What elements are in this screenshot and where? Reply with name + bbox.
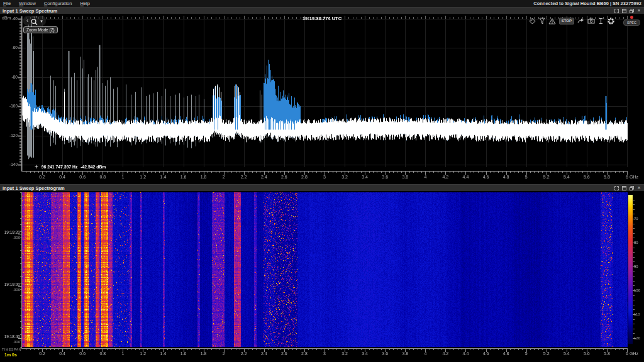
freq-tick-label: 1.2	[133, 175, 152, 179]
restore-panel-icon[interactable]	[614, 185, 619, 190]
freq-tick-label: 5.8	[597, 175, 616, 179]
plot-overlay-toolbar[interactable]: ‹ ▾	[23, 16, 46, 26]
freq-tick-label: 3.8	[396, 351, 414, 356]
spec-mode-control: SPEC	[623, 16, 640, 26]
stop-button[interactable]: STOP	[559, 18, 574, 25]
spectrogram-titlebar[interactable]: Input 1 Sweep Spectrogram ×	[0, 184, 644, 191]
freq-tick-label: 4.8	[497, 351, 516, 356]
cursor-frequency: 96 241 747.397 Hz	[42, 165, 77, 169]
freq-tick-label: 4.4	[456, 351, 475, 356]
freq-tick-label: 3.6	[375, 351, 394, 356]
amplitude-tick-label: -80	[0, 75, 18, 79]
freq-tick-label: 3.4	[355, 351, 374, 356]
spectrum-panel-title: Input 1 Sweep Spectrum	[0, 8, 57, 14]
restore-panel-icon[interactable]	[614, 8, 619, 13]
plot-toolbar-icons: STOP	[529, 16, 615, 25]
freq-tick-label: 1.2	[133, 351, 152, 356]
freq-tick-label: 3	[315, 175, 334, 179]
spectrum-x-axis-unit-label: GHz	[630, 175, 638, 179]
freq-tick-label: 4.4	[456, 175, 475, 179]
time-tick-label: 19:19:20	[0, 230, 20, 234]
freq-tick-label: 2	[214, 175, 233, 179]
timespan-label: TIMESPAN	[2, 348, 21, 351]
drag-handle-dots-icon	[32, 16, 37, 18]
time-tick-label: 19:18:40	[0, 334, 20, 339]
freq-tick-label: 2.2	[235, 351, 253, 356]
trace-export-icon[interactable]	[529, 18, 536, 25]
freq-tick-label: 5.6	[577, 175, 596, 179]
freq-tick-label: 3.6	[375, 175, 394, 179]
menu-item-window[interactable]: Window	[19, 1, 36, 6]
freq-tick-label: 1.4	[153, 351, 172, 356]
freq-tick-label: 0.6	[73, 175, 92, 179]
menu-item-help[interactable]: Help	[80, 1, 89, 6]
menu-item-file[interactable]: File	[3, 1, 11, 6]
freq-tick-label: 1.8	[194, 175, 213, 179]
freq-tick-label: 4.6	[477, 175, 496, 179]
freq-tick-label: 0.4	[53, 351, 72, 356]
amplitude-tick-label: -40	[0, 16, 18, 21]
freq-tick-label: 0.6	[73, 351, 92, 356]
freq-tick-label: 1	[113, 175, 132, 179]
spectrogram-panel-title: Input 1 Sweep Spectrogram	[0, 185, 65, 191]
colorbar-tick-label: -90	[633, 265, 643, 268]
freq-tick-label: 1.4	[153, 175, 172, 179]
time-tick-fraction: .000	[0, 236, 20, 239]
freq-tick-label: 4	[416, 351, 435, 356]
spectrum-panel: dBm -40-60-80-100-120-140 0.20.40.60.811…	[0, 14, 644, 184]
freq-tick-label: 5.6	[577, 351, 596, 356]
collapse-toolbar-icon[interactable]: ‹	[26, 18, 28, 24]
timespan-value: 1m 0s	[4, 353, 17, 357]
recalibrate-arrow-icon[interactable]	[577, 18, 584, 24]
spec-button[interactable]: SPEC	[623, 19, 640, 26]
zoom-mode-dropdown-icon[interactable]: ▾	[40, 19, 43, 23]
colorbar-tick-label: -100	[633, 288, 643, 292]
menu-item-configuration[interactable]: Configuration	[44, 1, 72, 6]
freq-tick-label: 5	[517, 351, 536, 356]
freq-tick-label: 5.4	[557, 175, 576, 179]
freq-tick-label: 4.2	[436, 351, 455, 356]
settings-gear-icon[interactable]	[607, 17, 615, 25]
utc-timestamp: 19:19:36.774 UTC	[303, 16, 341, 21]
freq-tick-label: 5.2	[537, 351, 556, 356]
magnifier-icon	[30, 18, 38, 26]
freq-tick-label: 2.6	[275, 351, 294, 356]
screenshot-camera-icon[interactable]	[587, 18, 595, 24]
maximize-panel-icon[interactable]	[621, 8, 626, 13]
freq-tick-label: 0.8	[93, 175, 112, 179]
menu-bar: FileWindowConfigurationHelp Connected to…	[0, 0, 644, 7]
close-panel-icon[interactable]: ×	[636, 8, 641, 13]
amplitude-tick-label: -140	[0, 162, 18, 167]
spectrum-plot-canvas[interactable]	[0, 14, 644, 184]
colorbar-tick-label: -80	[633, 241, 643, 244]
close-panel-icon[interactable]: ×	[636, 185, 641, 190]
freq-tick-label: 4.8	[497, 175, 516, 179]
marker-ibeam-icon[interactable]	[598, 18, 604, 25]
cursor-amplitude: -42.542 dBm	[80, 165, 106, 169]
spectrogram-x-axis-unit-label: GHz	[630, 351, 638, 356]
freq-tick-label: 2.6	[275, 175, 294, 179]
zoom-mode-button[interactable]	[30, 16, 38, 26]
freq-tick-label: 4.6	[477, 351, 496, 356]
maximize-panel-icon[interactable]	[621, 185, 626, 190]
float-panel-icon[interactable]	[629, 8, 634, 13]
freq-tick-label: 5.4	[557, 351, 576, 356]
spectrogram-window-controls: ×	[614, 185, 644, 190]
filter-icon[interactable]	[539, 18, 545, 25]
channel-power-icon[interactable]	[548, 18, 556, 25]
spectrum-titlebar[interactable]: Input 1 Sweep Spectrum ×	[0, 7, 644, 14]
zoom-mode-tooltip: Zoom Mode (Z)	[23, 26, 58, 33]
spectrogram-plot-canvas[interactable]	[0, 191, 644, 362]
spike-app-window: FileWindowConfigurationHelp Connected to…	[0, 0, 644, 362]
float-panel-icon[interactable]	[629, 185, 634, 190]
freq-tick-label: 4.2	[436, 175, 455, 179]
freq-tick-label: 5.8	[597, 351, 616, 356]
freq-tick-label: 0.8	[93, 351, 112, 356]
colorbar-tick-label: -70	[633, 217, 643, 221]
freq-tick-label: 3.2	[335, 175, 354, 179]
freq-tick-label: 3	[315, 351, 334, 356]
colorbar-tick-label: -120	[633, 336, 643, 340]
time-tick-fraction: .000	[0, 340, 20, 344]
amplitude-tick-label: -60	[0, 45, 18, 50]
connection-status: Connected to Signal Hound BB60 | SN 2327…	[533, 1, 644, 6]
